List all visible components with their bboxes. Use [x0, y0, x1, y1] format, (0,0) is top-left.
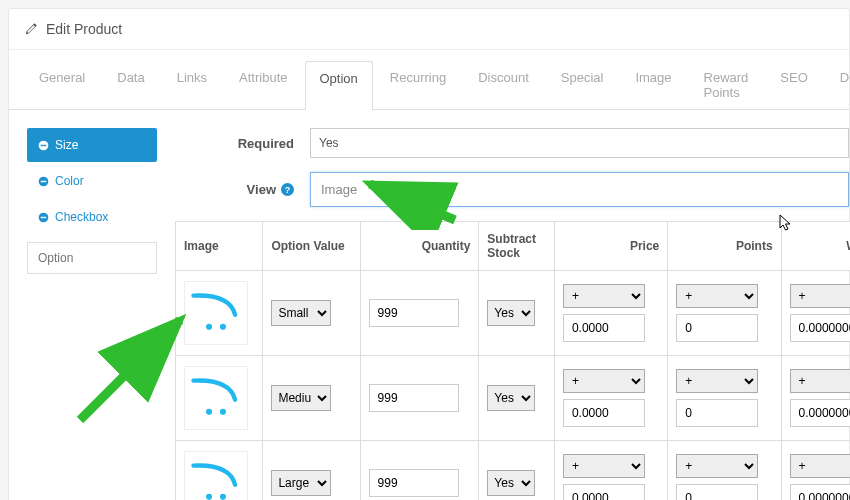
col-quantity: Quantity	[360, 222, 479, 271]
row-image[interactable]	[184, 451, 248, 500]
points-input[interactable]	[676, 484, 758, 500]
svg-point-9	[220, 409, 226, 415]
option-value-select[interactable]: Small	[271, 300, 331, 326]
tab-general[interactable]: General	[24, 60, 100, 109]
cursor-icon	[779, 214, 793, 232]
tab-recurring[interactable]: Recurring	[375, 60, 461, 109]
svg-point-11	[220, 494, 226, 500]
view-label: View ?	[175, 182, 310, 197]
option-sidebar: Size Color Checkbox	[27, 128, 157, 500]
option-values-table: Image Option Value Quantity Subtract Sto…	[175, 221, 850, 500]
points-sign-select[interactable]: +	[676, 284, 758, 308]
svg-rect-3	[41, 180, 47, 181]
quantity-input[interactable]	[369, 384, 459, 412]
table-row: SmallYes+++	[176, 271, 851, 356]
tab-data[interactable]: Data	[102, 60, 159, 109]
panel-header: Edit Product	[9, 9, 849, 50]
points-sign-select[interactable]: +	[676, 369, 758, 393]
col-subtract: Subtract Stock	[479, 222, 555, 271]
sidebar-item-label: Checkbox	[55, 210, 108, 224]
weight-input[interactable]	[790, 314, 850, 342]
col-points: Points	[668, 222, 781, 271]
tab-image[interactable]: Image	[620, 60, 686, 109]
option-value-select[interactable]: Large	[271, 470, 331, 496]
help-icon[interactable]: ?	[281, 183, 294, 196]
tab-discount[interactable]: Discount	[463, 60, 544, 109]
minus-circle-icon	[38, 140, 49, 151]
col-option-value: Option Value	[263, 222, 360, 271]
weight-input[interactable]	[790, 399, 850, 427]
panel-title: Edit Product	[46, 21, 122, 37]
tab-attribute[interactable]: Attribute	[224, 60, 302, 109]
subtract-select[interactable]: Yes	[487, 385, 535, 411]
svg-point-8	[206, 409, 212, 415]
option-value-select[interactable]: Mediu	[271, 385, 331, 411]
tab-design[interactable]: Design	[825, 60, 850, 109]
row-image[interactable]	[184, 366, 248, 430]
tab-reward-points[interactable]: Reward Points	[689, 60, 764, 109]
svg-point-7	[220, 324, 226, 330]
points-input[interactable]	[676, 314, 758, 342]
tab-bar: General Data Links Attribute Option Recu…	[9, 50, 849, 110]
price-sign-select[interactable]: +	[563, 369, 645, 393]
table-row: MediuYes+++	[176, 356, 851, 441]
quantity-input[interactable]	[369, 299, 459, 327]
price-sign-select[interactable]: +	[563, 284, 645, 308]
required-label: Required	[175, 136, 310, 151]
price-input[interactable]	[563, 484, 645, 500]
quantity-input[interactable]	[369, 469, 459, 497]
minus-circle-icon	[38, 176, 49, 187]
tab-special[interactable]: Special	[546, 60, 619, 109]
minus-circle-icon	[38, 212, 49, 223]
subtract-select[interactable]: Yes	[487, 470, 535, 496]
table-row: LargeYes+++	[176, 441, 851, 501]
pencil-icon	[24, 22, 38, 36]
tab-option[interactable]: Option	[305, 61, 373, 110]
row-image[interactable]	[184, 281, 248, 345]
view-select[interactable]: Image	[310, 172, 849, 207]
sidebar-item-size[interactable]: Size	[27, 128, 157, 162]
points-input[interactable]	[676, 399, 758, 427]
svg-rect-1	[41, 144, 47, 145]
subtract-select[interactable]: Yes	[487, 300, 535, 326]
weight-sign-select[interactable]: +	[790, 454, 850, 478]
points-sign-select[interactable]: +	[676, 454, 758, 478]
price-input[interactable]	[563, 314, 645, 342]
svg-point-10	[206, 494, 212, 500]
sidebar-item-color[interactable]: Color	[27, 164, 157, 198]
tab-seo[interactable]: SEO	[765, 60, 822, 109]
option-add-input[interactable]	[27, 242, 157, 274]
weight-sign-select[interactable]: +	[790, 369, 850, 393]
weight-input[interactable]	[790, 484, 850, 500]
sidebar-item-label: Size	[55, 138, 78, 152]
svg-rect-5	[41, 216, 47, 217]
svg-point-6	[206, 324, 212, 330]
col-image: Image	[176, 222, 263, 271]
sidebar-item-checkbox[interactable]: Checkbox	[27, 200, 157, 234]
price-input[interactable]	[563, 399, 645, 427]
price-sign-select[interactable]: +	[563, 454, 645, 478]
sidebar-item-label: Color	[55, 174, 84, 188]
tab-links[interactable]: Links	[162, 60, 222, 109]
weight-sign-select[interactable]: +	[790, 284, 850, 308]
col-price: Price	[554, 222, 667, 271]
required-select[interactable]: Yes	[310, 128, 849, 158]
